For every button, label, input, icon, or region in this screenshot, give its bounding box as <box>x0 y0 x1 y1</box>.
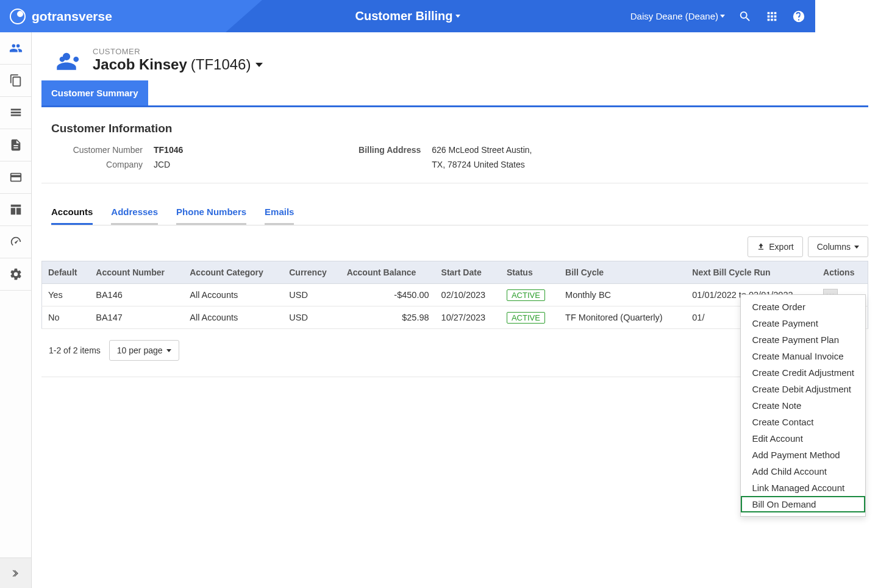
user-label: Daisy Deane (Deane) <box>630 11 718 21</box>
accounts-table: Default Account Number Account Category … <box>41 261 815 329</box>
per-page-label: 10 per page <box>117 345 163 355</box>
value-company: JCD <box>154 157 183 172</box>
top-header: gotransverse Customer Billing Daisy Dean… <box>0 0 815 32</box>
per-page-selector[interactable]: 10 per page <box>109 340 179 361</box>
subtabs: Accounts Addresses Phone Numbers Emails <box>51 200 815 225</box>
th-next-run[interactable]: Next Bill Cycle Run <box>686 261 815 284</box>
module-title: Customer Billing <box>355 9 452 23</box>
cell-account-category: All Accounts <box>184 306 283 329</box>
th-account-number[interactable]: Account Number <box>90 261 184 284</box>
menu-item[interactable]: Create Payment <box>741 315 815 331</box>
cell-balance: -$450.00 <box>341 284 435 306</box>
cell-currency: USD <box>283 284 340 306</box>
sidebar-card[interactable] <box>0 161 31 194</box>
table-row[interactable]: YesBA146All AccountsUSD-$450.0002/10/202… <box>42 284 816 306</box>
search-icon[interactable] <box>738 10 752 23</box>
subtab-emails[interactable]: Emails <box>265 200 294 225</box>
sidebar-doc[interactable] <box>0 129 31 161</box>
sidebar-settings[interactable] <box>0 258 31 291</box>
sidebar-stack[interactable] <box>0 97 31 129</box>
user-menu[interactable]: Daisy Deane (Deane) <box>630 11 725 21</box>
stack-icon <box>9 106 23 119</box>
menu-item[interactable]: Create Order <box>741 299 815 315</box>
cell-bill-cycle: Monthly BC <box>559 284 686 306</box>
page-eyebrow: CUSTOMER <box>93 47 263 56</box>
subtab-accounts[interactable]: Accounts <box>51 200 93 225</box>
customer-title[interactable]: Jacob Kinsey (TF1046) <box>93 56 263 73</box>
menu-item[interactable]: Bill On Demand <box>741 496 815 512</box>
cell-bill-cycle: TF Monitored (Quarterly) <box>559 306 686 329</box>
columns-button[interactable]: Columns <box>808 236 815 257</box>
subtab-addresses[interactable]: Addresses <box>111 200 158 225</box>
card-icon <box>9 171 23 184</box>
th-currency[interactable]: Currency <box>283 261 340 284</box>
chevron-down-icon <box>455 15 460 18</box>
tab-summary[interactable]: Customer Summary <box>41 80 148 105</box>
apps-icon[interactable] <box>765 10 779 23</box>
billing-address-line2: TX, 78724 United States <box>432 157 532 172</box>
brand-text: gotransverse <box>32 9 112 24</box>
cell-status: ACTIVE <box>501 284 559 306</box>
menu-item[interactable]: Edit Account <box>741 430 815 447</box>
chevron-down-icon <box>166 349 171 352</box>
th-balance[interactable]: Account Balance <box>341 261 435 284</box>
sidebar-table[interactable] <box>0 194 31 226</box>
info-heading: Customer Information <box>51 122 815 135</box>
export-label: Export <box>769 242 793 252</box>
table-icon <box>9 203 23 216</box>
cell-start-date: 10/27/2023 <box>435 306 501 329</box>
customer-info-section: Customer Information Customer Number Com… <box>41 107 815 183</box>
gauge-icon <box>9 235 23 249</box>
cell-default: No <box>42 306 90 329</box>
table-row[interactable]: NoBA147All AccountsUSD$25.9810/27/2023AC… <box>42 306 816 329</box>
menu-item[interactable]: Link Managed Account <box>741 480 815 496</box>
status-badge: ACTIVE <box>507 312 545 324</box>
th-start-date[interactable]: Start Date <box>435 261 501 284</box>
download-icon <box>757 243 765 251</box>
export-button[interactable]: Export <box>748 236 802 257</box>
document-icon <box>9 138 23 152</box>
menu-item[interactable]: Create Credit Adjustment <box>741 364 815 381</box>
value-customer-number: TF1046 <box>154 143 183 157</box>
chevron-down-icon <box>720 15 725 18</box>
billing-address-line1: 626 McLeod Street Austin, <box>432 143 532 157</box>
cell-account-number: BA146 <box>90 284 184 306</box>
menu-item[interactable]: Add Payment Method <box>741 447 815 463</box>
menu-item[interactable]: Create Contact <box>741 414 815 430</box>
cell-start-date: 02/10/2023 <box>435 284 501 306</box>
module-dropdown[interactable]: Customer Billing <box>355 9 460 23</box>
pager: 1-2 of 2 items 10 per page <box>49 340 815 361</box>
sidebar-copy[interactable] <box>0 65 31 97</box>
main-content: CUSTOMER Jacob Kinsey (TF1046) Customer … <box>32 32 815 387</box>
customer-name: Jacob Kinsey <box>93 56 187 73</box>
menu-item[interactable]: Add Child Account <box>741 463 815 480</box>
menu-item[interactable]: Create Note <box>741 397 815 414</box>
th-bill-cycle[interactable]: Bill Cycle <box>559 261 686 284</box>
subtab-phones[interactable]: Phone Numbers <box>176 200 246 225</box>
th-status[interactable]: Status <box>501 261 559 284</box>
left-sidebar <box>0 32 32 542</box>
brand-logo[interactable]: gotransverse <box>0 9 112 24</box>
status-badge: ACTIVE <box>507 289 545 301</box>
row-actions-menu: Create OrderCreate PaymentCreate Payment… <box>740 294 815 517</box>
cell-balance: $25.98 <box>341 306 435 329</box>
gear-icon <box>9 267 23 281</box>
label-company: Company <box>51 157 143 172</box>
th-account-category[interactable]: Account Category <box>184 261 283 284</box>
menu-item[interactable]: Create Debit Adjustment <box>741 381 815 397</box>
sidebar-dashboard[interactable] <box>0 226 31 258</box>
label-customer-number: Customer Number <box>51 143 143 157</box>
cell-account-category: All Accounts <box>184 284 283 306</box>
page-header: CUSTOMER Jacob Kinsey (TF1046) <box>41 42 815 80</box>
chevron-down-icon <box>255 63 263 67</box>
menu-item[interactable]: Create Manual Invoice <box>741 348 815 364</box>
customer-code: (TF1046) <box>191 56 251 73</box>
label-billing-address: Billing Address <box>329 143 421 172</box>
table-toolbar: Export Columns <box>41 236 815 257</box>
th-default[interactable]: Default <box>42 261 90 284</box>
menu-item[interactable]: Create Payment Plan <box>741 331 815 348</box>
cell-currency: USD <box>283 306 340 329</box>
cell-default: Yes <box>42 284 90 306</box>
sidebar-customers[interactable] <box>0 32 31 65</box>
help-icon[interactable] <box>792 10 805 23</box>
